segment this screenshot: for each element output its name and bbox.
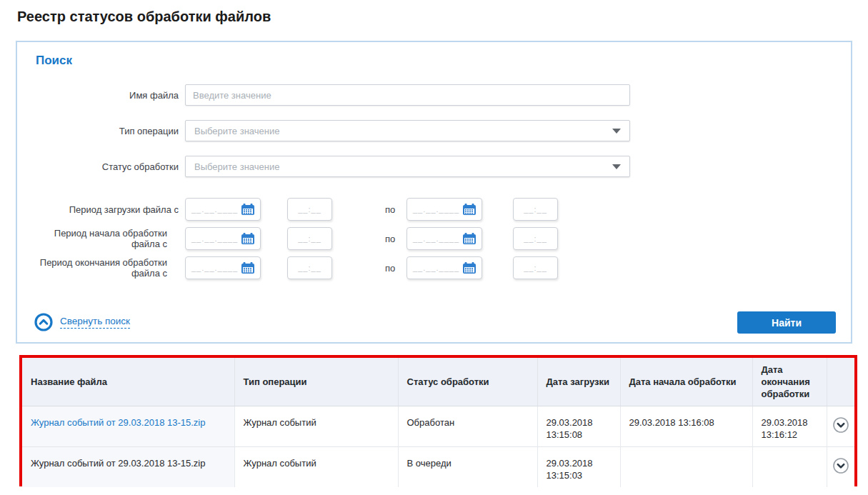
end-period-label: Период окончания обработки файла с xyxy=(17,256,167,279)
column-header-status: Статус обработки xyxy=(398,358,537,406)
page: Реестр статусов обработки файлов Поиск И… xyxy=(0,0,868,495)
column-header-operation-type: Тип операции xyxy=(234,358,398,406)
time-mask: __:__ xyxy=(524,264,547,272)
calendar-icon[interactable] xyxy=(241,204,254,215)
processing-status-placeholder: Выберите значение xyxy=(194,161,612,172)
status-cell: В очереди xyxy=(398,447,537,488)
column-header-end-date: Дата окончания обработки xyxy=(752,358,827,406)
table-header-row: Название файла Тип операции Статус обраб… xyxy=(22,358,854,406)
time-mask: __:__ xyxy=(524,205,547,214)
status-cell: Обработан xyxy=(398,406,537,447)
upload-period-to-label: по xyxy=(385,204,395,215)
table-row: Журнал событий от 29.03.2018 13-15.zip Ж… xyxy=(22,406,854,447)
end-time-to-input[interactable]: __:__ xyxy=(513,256,558,279)
collapse-search-link[interactable]: Свернуть поиск xyxy=(60,316,130,329)
collapse-search[interactable]: Свернуть поиск xyxy=(34,313,130,331)
date-mask: __.__.____ xyxy=(191,205,238,214)
chevron-up-circle-icon[interactable] xyxy=(34,313,53,331)
operation-type-label: Тип операции xyxy=(17,120,179,141)
time-mask: __:__ xyxy=(298,234,321,243)
column-header-upload-date: Дата загрузки xyxy=(537,358,620,406)
end-period-row: Период окончания обработки файла с __.__… xyxy=(17,256,851,279)
expand-row-button[interactable] xyxy=(832,416,849,434)
file-name-input[interactable] xyxy=(185,84,630,106)
operation-type-cell: Журнал событий xyxy=(234,406,398,447)
file-name-label: Имя файла xyxy=(17,84,179,106)
processing-status-row: Статус обработки Выберите значение xyxy=(17,156,851,177)
end-period-to-label: по xyxy=(385,263,395,274)
upload-date-cell: 29.03.2018 13:15:08 xyxy=(537,406,620,447)
operation-type-cell: Журнал событий xyxy=(234,447,398,488)
upload-period-label: Период загрузки файла с xyxy=(17,198,179,221)
calendar-icon[interactable] xyxy=(241,262,254,274)
search-panel: Поиск Имя файла Тип операции Выберите зн… xyxy=(16,41,852,344)
start-period-to-label: по xyxy=(385,234,395,244)
file-name-cell: Журнал событий от 29.03.2018 13-15.zip xyxy=(22,406,234,447)
upload-date-to-input[interactable]: __.__.____ xyxy=(406,198,482,221)
upload-time-to-input[interactable]: __:__ xyxy=(513,198,558,221)
end-time-from-input[interactable]: __:__ xyxy=(287,256,332,279)
date-mask: __.__.____ xyxy=(413,234,459,243)
end-date-from-input[interactable]: __.__.____ xyxy=(185,256,261,279)
calendar-icon[interactable] xyxy=(241,233,254,244)
end-date-cell: 29.03.2018 13:16:12 xyxy=(752,406,827,447)
chevron-down-icon xyxy=(612,129,621,134)
end-date-to-input[interactable]: __.__.____ xyxy=(406,256,482,279)
chevron-down-circle-icon xyxy=(832,457,849,474)
start-period-row: Период начала обработки файла с __.__.__… xyxy=(17,227,851,250)
table-row: Журнал событий от 29.03.2018 13-15.zip Ж… xyxy=(22,447,854,488)
processing-status-select[interactable]: Выберите значение xyxy=(185,156,630,177)
upload-date-from-input[interactable]: __.__.____ xyxy=(185,198,261,221)
chevron-down-circle-icon xyxy=(832,416,849,434)
operation-type-placeholder: Выберите значение xyxy=(194,126,612,136)
results-table-highlight: Название файла Тип операции Статус обраб… xyxy=(19,355,857,486)
calendar-icon[interactable] xyxy=(463,204,476,215)
date-mask: __.__.____ xyxy=(413,264,459,272)
expand-row-button[interactable] xyxy=(832,457,849,474)
start-date-cell: 29.03.2018 13:16:08 xyxy=(620,406,752,447)
column-header-expand xyxy=(827,358,854,406)
file-name-row: Имя файла xyxy=(17,84,851,106)
operation-type-select[interactable]: Выберите значение xyxy=(185,120,630,141)
find-button[interactable]: Найти xyxy=(737,311,836,334)
calendar-icon[interactable] xyxy=(463,233,476,244)
expand-cell xyxy=(827,447,854,488)
file-name-cell: Журнал событий от 29.03.2018 13-15.zip xyxy=(22,447,234,488)
time-mask: __:__ xyxy=(298,205,321,214)
results-table: Название файла Тип операции Статус обраб… xyxy=(22,358,854,487)
start-period-label: Период начала обработки файла с xyxy=(17,227,167,250)
start-date-from-input[interactable]: __.__.____ xyxy=(185,227,261,250)
file-link[interactable]: Журнал событий от 29.03.2018 13-15.zip xyxy=(31,417,205,428)
date-mask: __.__.____ xyxy=(413,205,459,214)
search-panel-title: Поиск xyxy=(36,54,72,68)
processing-status-label: Статус обработки xyxy=(17,156,179,177)
expand-cell xyxy=(827,406,854,447)
column-header-start-date: Дата начала обработки xyxy=(620,358,752,406)
time-mask: __:__ xyxy=(298,264,321,272)
start-date-cell xyxy=(620,447,752,488)
calendar-icon[interactable] xyxy=(463,262,476,274)
upload-time-from-input[interactable]: __:__ xyxy=(287,198,332,221)
page-title: Реестр статусов обработки файлов xyxy=(17,9,271,25)
upload-date-cell: 29.03.2018 13:15:03 xyxy=(537,447,620,488)
chevron-down-icon xyxy=(612,164,621,169)
upload-period-row: Период загрузки файла с __.__.____ __:__ xyxy=(17,198,851,221)
start-time-from-input[interactable]: __:__ xyxy=(287,227,332,250)
date-mask: __.__.____ xyxy=(191,234,238,243)
column-header-file-name: Название файла xyxy=(22,358,234,406)
start-time-to-input[interactable]: __:__ xyxy=(513,227,558,250)
date-mask: __.__.____ xyxy=(191,264,238,272)
start-date-to-input[interactable]: __.__.____ xyxy=(406,227,482,250)
end-date-cell xyxy=(752,447,827,488)
operation-type-row: Тип операции Выберите значение xyxy=(17,120,851,141)
time-mask: __:__ xyxy=(524,234,547,243)
